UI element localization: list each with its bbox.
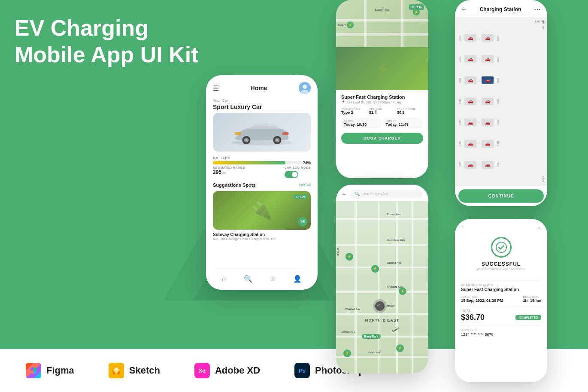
svg-rect-16 (235, 132, 241, 135)
hero-title: EV Charging Mobile App UI Kit (15, 15, 198, 68)
nav-profile-icon[interactable]: 👤 (293, 275, 302, 283)
slot[interactable]: 🚗 (464, 55, 476, 63)
figma-label: Figma (46, 365, 74, 376)
station-details: Super Fast Charging Station 📍 214 Leaf S… (336, 90, 428, 178)
card-info: Subway Charging Station 421 Old Carriage… (213, 230, 311, 241)
nav-location-icon[interactable]: ⊕ (270, 275, 276, 283)
total-amount: $36.70 (461, 313, 485, 322)
header-dot (461, 225, 464, 228)
search-bar[interactable]: 🔍 Search location (351, 190, 423, 198)
card-address: 421 Old Carriage Road Rocky Mount, NY (213, 237, 311, 241)
duration: DURATION 1hr 15min (523, 295, 541, 303)
divider-2 (461, 306, 541, 307)
continue-button[interactable]: CONTINUE (458, 189, 544, 203)
slot[interactable]: 🚗 (464, 76, 476, 84)
slot[interactable]: 🚗 (464, 161, 476, 169)
station-card[interactable]: 🔌 OPEN 🗺 (213, 191, 311, 230)
success-subtitle: your transaction was successful (477, 267, 525, 271)
right-labels: B103 B102 B101 D103 D102 D101 C101 (495, 19, 500, 183)
car-name: Sport Luxury Car (213, 103, 311, 110)
success-area: SUCCESSFUL your transaction was successf… (461, 237, 541, 271)
book-charger-button[interactable]: BOOK CHARGER (341, 133, 423, 144)
svg-point-6 (303, 85, 307, 89)
slot[interactable]: 🚗 (482, 34, 494, 42)
slot[interactable]: 🚗 (464, 119, 476, 126)
depart-time: DEPART Today, 11:45 (383, 118, 424, 128)
connection-info: CONNECTION Type 2 (341, 108, 367, 115)
exit-side-label: EXIT (542, 176, 545, 182)
eco-mode: CAR ECO MODE (285, 166, 311, 178)
svg-point-11 (246, 139, 248, 141)
start-time: START TIME 18 Sep, 2022, 01:20 PM (461, 295, 503, 303)
phone-home: ☰ Home Your Car Sport Luxury Car (206, 75, 318, 290)
station-photo: ⚡ (336, 47, 428, 90)
slot[interactable]: 🚗 (482, 161, 494, 169)
map-pin-5[interactable]: ⚡ (396, 344, 404, 352)
map-view: Rheem Ave Humphrey Ave Lincoln Ave Andra… (336, 201, 428, 374)
map-pin-2: ⚡ (347, 21, 354, 28)
battery-bar (213, 161, 285, 164)
street-label-wendell: Wendell Ave (346, 308, 361, 310)
search-icon: 🔍 (355, 192, 360, 196)
time-grid: ARRIVE Today, 10:30 DEPART Today, 11:45 (341, 118, 423, 128)
battery-bar-bg: 74% (213, 161, 311, 164)
credit-label: Credit Card (461, 328, 541, 331)
more-options-icon[interactable]: ⋯ (534, 5, 541, 13)
see-all-link[interactable]: See All (299, 183, 311, 187)
phone-charging-station: ← Charging Station ⋯ ENTRY A102 A106 A10… (455, 0, 547, 206)
selected-location-pin: 🔌 (375, 301, 385, 311)
xd-label: Adobe XD (215, 365, 260, 376)
parking-grid: ENTRY A102 A106 A101 C108 C103 C102 C107… (455, 17, 547, 186)
sketch-tool: Sketch (109, 363, 160, 378)
slot[interactable]: 🚗 (482, 140, 494, 148)
bottom-nav: ⌂ 🔍 ⊕ 👤 (213, 271, 311, 283)
figma-tool: Figma (26, 363, 74, 378)
nav-search-icon[interactable]: 🔍 (244, 275, 252, 283)
nav-home-icon[interactable]: ⌂ (222, 275, 226, 283)
credit-value: 1234 **** **** 5678 (461, 332, 541, 337)
battery-percentage: 74% (303, 161, 311, 165)
map-pin-3[interactable]: ⚡ (371, 265, 379, 273)
car-image (213, 113, 311, 152)
slot[interactable]: 🚗 (464, 140, 476, 148)
svg-point-17 (496, 242, 506, 252)
station-address: 📍 214 Leaf St, 381 NY (300km / 4min) (341, 100, 423, 104)
hero-title-line2: Mobile App UI Kit (15, 41, 198, 68)
slot-selected[interactable]: 🚗 (482, 76, 494, 84)
selected-location-ring: 🔌 (373, 299, 387, 313)
station-header: ← Charging Station ⋯ (455, 0, 547, 17)
hero-title-line1: EV Charging (15, 15, 198, 41)
street-label-garvin: Garvin (391, 327, 400, 333)
station-name: Super Fast Charging Station (341, 94, 423, 100)
slot[interactable]: 🚗 (464, 97, 476, 105)
parking-slots: A102 A106 A101 C108 C103 C102 C107 🚗 🚗 🚗… (458, 19, 545, 183)
success-check-icon (491, 237, 512, 258)
open-badge: OPEN (409, 4, 424, 10)
burg-park-label: Burg Park (362, 334, 380, 339)
completed-badge: COMPLETED (515, 315, 541, 320)
slot[interactable]: 🚗 (482, 55, 494, 63)
eco-mode-toggle[interactable] (285, 171, 298, 178)
close-button[interactable]: ✕ (537, 225, 541, 231)
hamburger-icon[interactable]: ☰ (213, 84, 219, 92)
station-title: Charging Station (480, 6, 521, 12)
range-value: 295 (213, 169, 221, 175)
xd-tool: Xd Adobe XD (194, 363, 260, 378)
divider-3 (461, 325, 541, 326)
arrive-time: ARRIVE Today, 10:30 (341, 118, 382, 128)
map-button[interactable]: 🗺 (298, 217, 307, 226)
avatar[interactable] (299, 82, 311, 94)
map-pin-2[interactable]: ⚡ (399, 287, 406, 295)
entry-side-label: ENTRY (542, 20, 545, 30)
slot[interactable]: 🚗 (482, 119, 494, 126)
slot[interactable]: 🚗 (464, 34, 476, 42)
back-button[interactable]: ← (461, 6, 467, 13)
map-pin-4[interactable]: ⚡ (343, 349, 351, 357)
map-pin-1[interactable]: ⚡ (346, 253, 353, 261)
map-header: ← 🔍 Search location (336, 185, 428, 201)
back-button[interactable]: ← (341, 191, 347, 198)
charger-station-name: Super Fast Charging Station (461, 287, 541, 292)
arrows-column: ↓ ↓ ↓ ↓ ↓ ↓ ↓ (478, 19, 480, 183)
ps-icon: Ps (294, 363, 310, 378)
slot[interactable]: 🚗 (482, 97, 494, 105)
